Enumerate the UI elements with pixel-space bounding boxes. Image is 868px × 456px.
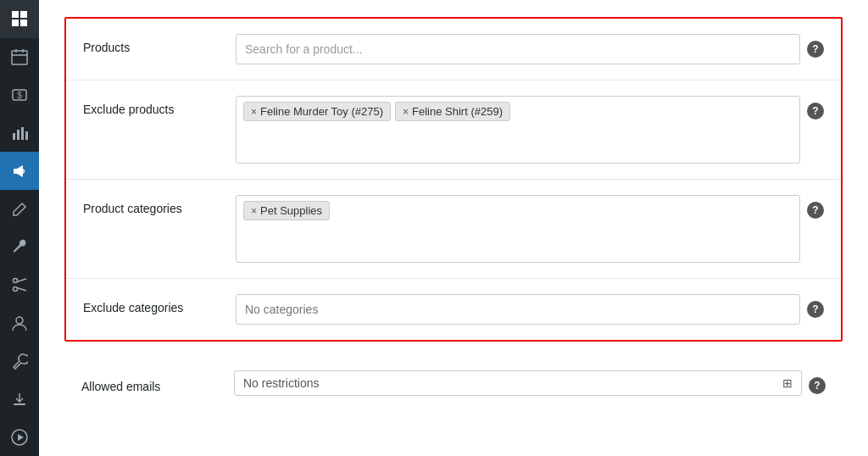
allowed-emails-field: No restrictions ⊞ <box>234 370 802 396</box>
exclude-products-tags[interactable]: × Feline Murder Toy (#275) × Feline Shir… <box>236 96 800 164</box>
svg-rect-3 <box>20 19 27 26</box>
exclude-categories-label: Exclude categories <box>83 294 236 314</box>
svg-text:$: $ <box>17 91 22 100</box>
sidebar-item-dollar[interactable]: $ <box>0 76 39 114</box>
tag-feline-shirt-label: Feline Shirt (#259) <box>412 105 503 118</box>
sidebar-item-dashboard[interactable] <box>0 0 39 38</box>
exclude-products-label: Exclude products <box>83 96 236 116</box>
sidebar-item-wrench[interactable] <box>0 342 39 380</box>
sidebar-item-calendar[interactable] <box>0 38 39 76</box>
exclude-products-field: × Feline Murder Toy (#275) × Feline Shir… <box>236 96 800 164</box>
svg-rect-19 <box>14 403 25 405</box>
product-categories-field: × Pet Supplies <box>236 195 800 263</box>
products-row: Products ? <box>66 19 841 81</box>
svg-rect-11 <box>17 130 19 140</box>
exclude-categories-help-icon[interactable]: ? <box>807 301 824 318</box>
products-field-group: ? <box>236 34 824 64</box>
sidebar-item-megaphone[interactable] <box>0 152 39 190</box>
products-field <box>236 34 800 64</box>
product-categories-row: Product categories × Pet Supplies ? <box>66 180 841 279</box>
svg-rect-1 <box>20 11 27 18</box>
allowed-emails-help-icon[interactable]: ? <box>809 377 826 394</box>
exclude-products-row: Exclude products × Feline Murder Toy (#2… <box>66 81 841 180</box>
tag-feline-murder-remove[interactable]: × <box>251 106 257 118</box>
exclude-products-help-icon[interactable]: ? <box>807 103 824 120</box>
svg-rect-10 <box>13 133 15 140</box>
exclude-categories-field <box>236 294 800 325</box>
tag-pet-supplies-remove[interactable]: × <box>251 205 257 217</box>
product-categories-field-group: × Pet Supplies ? <box>236 195 824 263</box>
allowed-emails-label: Allowed emails <box>81 373 234 393</box>
exclude-categories-input[interactable] <box>236 294 800 325</box>
tag-feline-murder-label: Feline Murder Toy (#275) <box>260 105 383 118</box>
no-restrictions-input[interactable]: No restrictions ⊞ <box>234 370 802 396</box>
products-label: Products <box>83 34 236 54</box>
no-restrictions-text: No restrictions <box>243 376 319 390</box>
exclude-categories-field-group: ? <box>236 294 824 325</box>
expand-icon[interactable]: ⊞ <box>782 376 793 390</box>
main-content: Products ? Exclude products × Feline Mur… <box>39 0 868 456</box>
products-form-section: Products ? Exclude products × Feline Mur… <box>64 17 843 342</box>
product-categories-label: Product categories <box>83 195 236 215</box>
products-input[interactable] <box>236 34 800 64</box>
svg-line-16 <box>17 279 26 282</box>
svg-rect-4 <box>12 51 27 64</box>
tag-pet-supplies[interactable]: × Pet Supplies <box>243 201 330 220</box>
allowed-emails-field-group: No restrictions ⊞ ? <box>234 370 826 396</box>
exclude-products-field-group: × Feline Murder Toy (#275) × Feline Shir… <box>236 96 824 164</box>
allowed-emails-row: Allowed emails No restrictions ⊞ ? <box>64 355 843 411</box>
exclude-categories-row: Exclude categories ? <box>66 279 841 340</box>
svg-point-15 <box>14 287 18 292</box>
svg-line-17 <box>17 288 26 292</box>
svg-point-18 <box>16 317 23 324</box>
svg-point-14 <box>14 279 18 283</box>
svg-rect-0 <box>12 11 19 18</box>
tag-feline-shirt[interactable]: × Feline Shirt (#259) <box>395 102 510 121</box>
svg-marker-21 <box>18 434 24 441</box>
product-categories-help-icon[interactable]: ? <box>807 202 824 219</box>
sidebar-item-tools[interactable] <box>0 228 39 266</box>
svg-rect-13 <box>25 131 28 140</box>
sidebar-item-chart[interactable] <box>0 114 39 152</box>
svg-rect-12 <box>21 127 24 140</box>
sidebar: $ <box>0 0 39 456</box>
products-help-icon[interactable]: ? <box>807 41 824 58</box>
sidebar-item-user[interactable] <box>0 304 39 342</box>
sidebar-item-import[interactable] <box>0 380 39 418</box>
sidebar-item-scissors[interactable] <box>0 266 39 304</box>
svg-rect-2 <box>12 19 19 26</box>
sidebar-item-pen[interactable] <box>0 190 39 228</box>
sidebar-item-play[interactable] <box>0 418 39 456</box>
tag-pet-supplies-label: Pet Supplies <box>260 204 322 217</box>
tag-feline-murder[interactable]: × Feline Murder Toy (#275) <box>243 102 391 121</box>
product-categories-tags[interactable]: × Pet Supplies <box>236 195 800 263</box>
tag-feline-shirt-remove[interactable]: × <box>403 106 409 118</box>
